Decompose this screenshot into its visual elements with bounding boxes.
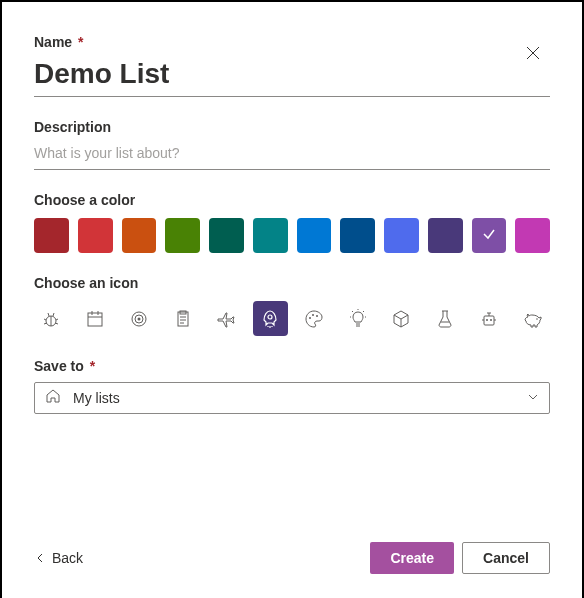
cube-icon-option[interactable] [384,301,419,336]
clipboard-icon [173,309,193,329]
close-icon [526,46,540,60]
home-icon [45,388,61,408]
svg-point-7 [268,315,272,319]
description-field-group: Description [34,119,550,170]
rocket-icon [260,309,280,329]
robot-icon-option[interactable] [472,301,507,336]
back-label: Back [52,550,83,566]
close-button[interactable] [526,46,546,66]
color-swatch[interactable] [384,218,419,253]
airplane-icon-option[interactable] [209,301,244,336]
icon-field-group: Choose an icon [34,275,550,336]
color-swatch[interactable] [340,218,375,253]
svg-point-12 [486,319,488,321]
calendar-icon-option[interactable] [78,301,113,336]
create-list-dialog: Name * Description Choose a color Choose… [2,2,582,598]
svg-point-14 [536,318,538,320]
save-to-dropdown[interactable]: My lists [34,382,550,414]
chevron-left-icon [34,552,46,564]
airplane-icon [216,309,236,329]
color-swatch[interactable] [253,218,288,253]
bug-icon [41,309,61,329]
create-button[interactable]: Create [370,542,454,574]
back-button[interactable]: Back [34,550,83,566]
calendar-icon [85,309,105,329]
chevron-down-icon [527,389,539,407]
svg-rect-11 [484,316,494,325]
target-icon [129,309,149,329]
clipboard-icon-option[interactable] [165,301,200,336]
color-swatch[interactable] [209,218,244,253]
color-swatch[interactable] [428,218,463,253]
color-swatch[interactable] [297,218,332,253]
svg-point-13 [490,319,492,321]
lightbulb-icon [348,309,368,329]
piggybank-icon-option[interactable] [515,301,550,336]
svg-point-9 [312,314,314,316]
name-label-text: Name [34,34,72,50]
svg-point-4 [137,317,140,320]
save-to-label-text: Save to [34,358,84,374]
flask-icon [435,309,455,329]
lightbulb-icon-option[interactable] [340,301,375,336]
color-swatch[interactable] [78,218,113,253]
piggybank-icon [523,309,543,329]
palette-icon-option[interactable] [297,301,332,336]
flask-icon-option[interactable] [428,301,463,336]
color-swatch[interactable] [122,218,157,253]
required-asterisk: * [90,358,95,374]
description-label: Description [34,119,550,135]
color-swatch[interactable] [472,218,507,253]
name-label: Name * [34,34,550,50]
color-swatch[interactable] [515,218,550,253]
svg-point-10 [316,315,318,317]
cancel-button[interactable]: Cancel [462,542,550,574]
save-to-value: My lists [73,390,527,406]
svg-point-8 [309,317,311,319]
name-input[interactable] [34,54,550,97]
color-swatch[interactable] [34,218,69,253]
bug-icon-option[interactable] [34,301,69,336]
target-icon-option[interactable] [122,301,157,336]
name-field-group: Name * [34,34,550,97]
color-label: Choose a color [34,192,550,208]
dialog-footer: Back Create Cancel [34,542,550,574]
color-row [34,218,550,253]
icon-label: Choose an icon [34,275,550,291]
icon-row [34,301,550,336]
svg-rect-1 [88,313,102,326]
palette-icon [304,309,324,329]
color-swatch[interactable] [165,218,200,253]
rocket-icon-option[interactable] [253,301,288,336]
cube-icon [391,309,411,329]
save-to-label: Save to * [34,358,550,374]
save-to-field-group: Save to * My lists [34,358,550,414]
robot-icon [479,309,499,329]
description-input[interactable] [34,139,550,170]
color-field-group: Choose a color [34,192,550,253]
check-icon [482,227,496,245]
required-asterisk: * [78,34,83,50]
